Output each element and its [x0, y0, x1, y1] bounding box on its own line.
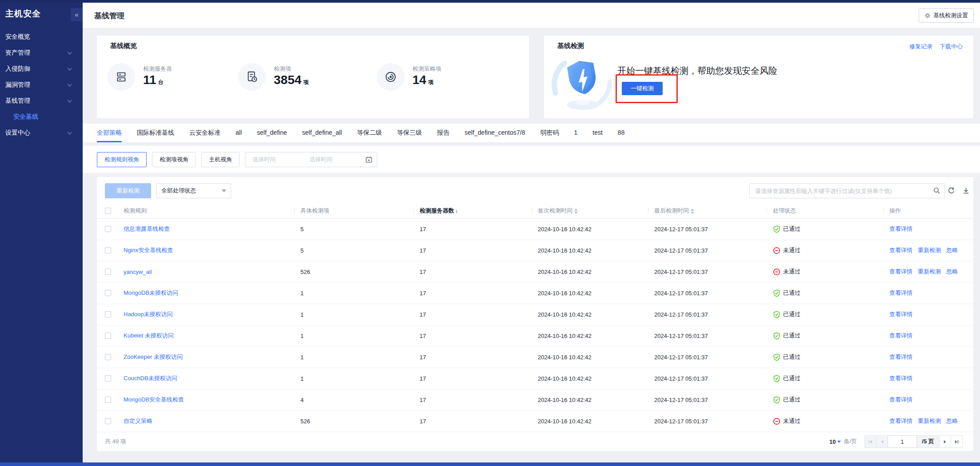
rule-name-link[interactable]: Nginx安全基线检查	[124, 247, 173, 253]
download-center-link[interactable]: 下载中心	[940, 43, 963, 51]
row-checkbox[interactable]	[105, 311, 111, 317]
tab-self-define[interactable]: self_define	[257, 124, 287, 142]
rule-name-link[interactable]: ZooKeeper 未授权访问	[124, 354, 183, 360]
table-op-link[interactable]: 重新检测	[918, 247, 941, 253]
last-check-time: 2024-12-17 05:01:37	[654, 346, 773, 368]
tab-intl-standard[interactable]: 国际标准基线	[137, 124, 174, 142]
page-count-label: /5 页	[916, 435, 940, 448]
sidebar-item-intrusion[interactable]: 入侵防御	[0, 60, 83, 76]
stat-policies: 检测策略项 14项	[377, 63, 441, 91]
row-checkbox[interactable]	[105, 247, 111, 253]
table-op-link[interactable]: 查看详情	[889, 247, 912, 253]
col-servers[interactable]: 检测服务器数↓	[420, 204, 538, 218]
table-op-link[interactable]: 查看详情	[889, 396, 912, 403]
rule-name-link[interactable]: CouchDB未授权访问	[124, 375, 177, 382]
row-checkbox[interactable]	[105, 269, 111, 275]
date-range-picker[interactable]: 选择时间 选择时间	[245, 152, 377, 167]
last-check-time: 2024-12-17 05:01:37	[654, 389, 773, 410]
rule-name-link[interactable]: yancyw_all	[124, 269, 152, 275]
sidebar-item-assets[interactable]: 资产管理	[0, 44, 83, 60]
view-host-button[interactable]: 主机视角	[201, 152, 240, 167]
tab-test[interactable]: test	[592, 124, 603, 142]
table-body: 信息泄露基线检查 5 17 2024-10-16 10:42:42 2024-1…	[97, 218, 973, 432]
check-items-count: 1	[300, 325, 420, 346]
filter-bar: 检测规则视角 检测项视角 主机视角 选择时间 选择时间	[83, 146, 980, 173]
sidebar-item-security-baseline[interactable]: 安全基线	[0, 108, 83, 125]
status-text: 未通过	[783, 246, 800, 254]
table-op-link[interactable]: 重新检测	[918, 268, 941, 275]
search-icon[interactable]	[933, 187, 940, 194]
sidebar-item-overview[interactable]: 安全概览	[0, 28, 83, 44]
row-checkbox[interactable]	[105, 397, 111, 403]
tab-all-policies[interactable]: 全部策略	[97, 124, 122, 142]
table-op-link[interactable]: 查看详情	[889, 289, 912, 296]
table-op-link[interactable]: 查看详情	[889, 418, 912, 424]
one-key-detect-button[interactable]: 一键检测	[622, 82, 663, 95]
first-check-time: 2024-10-16 10:42:42	[538, 325, 654, 346]
row-checkbox[interactable]	[105, 226, 111, 232]
shield-illustration	[547, 51, 622, 115]
table-toolbar: 重新检测 全部处理状态	[97, 183, 973, 198]
col-rule: 检测规则	[124, 204, 300, 218]
status-filter-select[interactable]: 全部处理状态	[156, 183, 231, 198]
tab-88[interactable]: 88	[618, 124, 625, 142]
row-checkbox[interactable]	[105, 418, 111, 424]
rule-name-link[interactable]: MongoDB未授权访问	[124, 289, 178, 296]
col-last-time[interactable]: 最后检测时间	[654, 204, 773, 218]
repair-records-link[interactable]: 修复记录	[909, 43, 932, 51]
prev-page-button[interactable]	[876, 435, 888, 448]
table-op-link[interactable]: 查看详情	[889, 375, 912, 382]
sort-desc-icon: ↓	[455, 207, 458, 214]
col-first-time[interactable]: 首次检测时间	[538, 204, 654, 218]
search-input[interactable]	[749, 183, 945, 198]
row-checkbox[interactable]	[105, 290, 111, 296]
recheck-button[interactable]: 重新检测	[105, 183, 151, 198]
table-op-link[interactable]: 忽略	[946, 418, 958, 424]
row-checkbox[interactable]	[105, 354, 111, 360]
tab-dengbao3[interactable]: 等保三级	[397, 124, 422, 142]
table-op-link[interactable]: 查看详情	[889, 332, 912, 339]
download-icon[interactable]	[962, 187, 970, 194]
table-op-link[interactable]: 重新检测	[918, 418, 941, 424]
rule-name-link[interactable]: MongoDB安全基线检查	[124, 396, 184, 403]
refresh-icon[interactable]	[948, 187, 955, 194]
first-page-button[interactable]	[864, 435, 876, 448]
circle-minus-icon	[773, 247, 780, 254]
table-op-link[interactable]: 查看详情	[889, 354, 912, 360]
rule-name-link[interactable]: Hadoop未授权访问	[124, 311, 173, 317]
tab-cloud-standard[interactable]: 云安全标准	[189, 124, 220, 142]
rule-name-link[interactable]: Kubelet 未授权访问	[124, 332, 174, 339]
tab-self-define-centos[interactable]: self_define_centos7/8	[464, 124, 525, 142]
tab-dengbao2[interactable]: 等保二级	[357, 124, 382, 142]
current-page-input[interactable]: 1	[888, 435, 917, 448]
row-checkbox[interactable]	[105, 333, 111, 339]
table-op-link[interactable]: 查看详情	[889, 268, 912, 275]
shield-check-icon	[773, 396, 780, 404]
tab-self-define-all[interactable]: self_define_all	[302, 124, 342, 142]
tab-weak-password[interactable]: 弱密码	[540, 124, 559, 142]
table-op-link[interactable]: 查看详情	[889, 311, 912, 317]
rule-name-link[interactable]: 自定义策略	[124, 418, 152, 424]
view-rule-button[interactable]: 检测规则视角	[97, 152, 147, 167]
page-size-select[interactable]: 10	[829, 438, 841, 445]
last-page-button[interactable]	[951, 435, 963, 448]
row-checkbox[interactable]	[105, 375, 111, 382]
detection-card-links: 修复记录 下载中心	[909, 43, 963, 51]
table-op-link[interactable]: 查看详情	[889, 225, 912, 232]
tab-all[interactable]: all	[236, 124, 242, 142]
table-op-link[interactable]: 忽略	[946, 247, 958, 253]
sidebar-item-baseline[interactable]: 基线管理	[0, 92, 83, 108]
sidebar-item-vulnerability[interactable]: 漏洞管理	[0, 76, 83, 92]
rule-name-link[interactable]: 信息泄露基线检查	[124, 225, 170, 232]
check-items-count: 526	[300, 261, 420, 282]
sidebar-item-settings[interactable]: 设置中心	[0, 125, 83, 141]
sidebar-collapse-button[interactable]: «	[71, 8, 83, 21]
tab-report[interactable]: 报告	[437, 124, 449, 142]
tab-1[interactable]: 1	[574, 124, 577, 142]
view-item-button[interactable]: 检测项视角	[152, 152, 196, 167]
table-op-link[interactable]: 忽略	[946, 268, 958, 275]
next-page-button[interactable]	[939, 435, 951, 448]
select-all-checkbox[interactable]	[105, 208, 111, 214]
calendar-icon	[365, 156, 372, 163]
baseline-settings-button[interactable]: 基线检测设置	[919, 8, 974, 23]
